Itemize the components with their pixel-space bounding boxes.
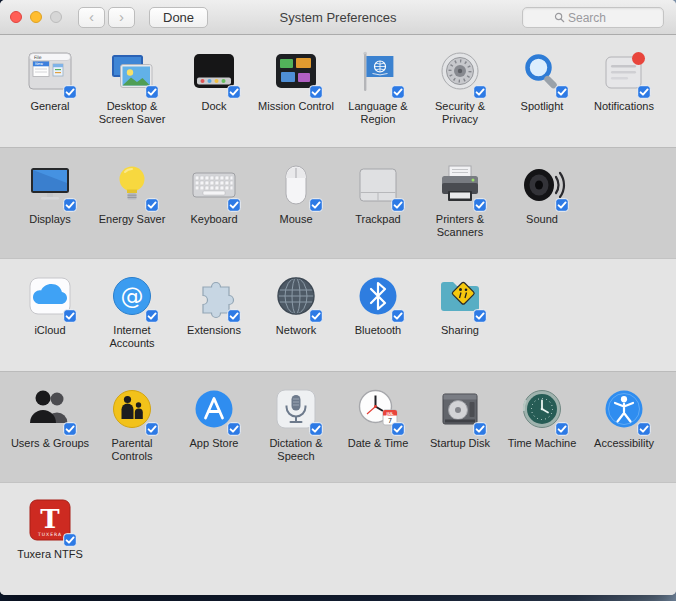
pref-pane-label: Language & Region	[338, 100, 418, 126]
pref-pane-label: Energy Saver	[99, 213, 166, 226]
pref-pane-parental-controls[interactable]: Parental Controls	[91, 385, 173, 463]
item-checkbox[interactable]	[637, 422, 651, 436]
svg-text:TUXERA: TUXERA	[37, 532, 62, 537]
pref-pane-label: Dock	[201, 100, 226, 113]
trackpad-icon	[354, 161, 402, 209]
pref-pane-trackpad[interactable]: Trackpad	[337, 161, 419, 226]
pref-pane-mouse[interactable]: Mouse	[255, 161, 337, 226]
minimize-button[interactable]	[30, 11, 42, 23]
item-checkbox[interactable]	[473, 422, 487, 436]
forward-button[interactable]: ›	[108, 7, 135, 28]
pref-pane-sound[interactable]: Sound	[501, 161, 583, 226]
item-checkbox[interactable]	[63, 422, 77, 436]
pref-row-5: TTUXERATuxera NTFS	[0, 483, 676, 595]
pref-pane-icloud[interactable]: iCloud	[9, 272, 91, 337]
pref-pane-language-region[interactable]: Language & Region	[337, 48, 419, 126]
language-region-icon	[354, 48, 402, 96]
item-checkbox[interactable]	[145, 422, 159, 436]
item-checkbox[interactable]	[391, 422, 405, 436]
item-checkbox[interactable]	[309, 309, 323, 323]
pref-pane-keyboard[interactable]: Keyboard	[173, 161, 255, 226]
item-checkbox[interactable]	[145, 309, 159, 323]
item-checkbox[interactable]	[391, 85, 405, 99]
pref-pane-energy-saver[interactable]: Energy Saver	[91, 161, 173, 226]
search-input[interactable]	[568, 11, 632, 25]
item-checkbox[interactable]	[309, 85, 323, 99]
pref-pane-dock[interactable]: Dock	[173, 48, 255, 113]
pref-pane-tuxera-ntfs[interactable]: TTUXERATuxera NTFS	[9, 496, 91, 561]
pref-pane-spotlight[interactable]: Spotlight	[501, 48, 583, 113]
pref-pane-time-machine[interactable]: Time Machine	[501, 385, 583, 450]
svg-text:@: @	[121, 283, 144, 309]
pref-pane-date-time[interactable]: JUL7Date & Time	[337, 385, 419, 450]
item-checkbox[interactable]	[63, 198, 77, 212]
pref-pane-app-store[interactable]: App Store	[173, 385, 255, 450]
desktop-screensaver-icon	[108, 48, 156, 96]
close-button[interactable]	[10, 11, 22, 23]
item-checkbox[interactable]	[63, 533, 77, 547]
pref-row-1: FileNewGeneralDesktop & Screen SaverDock…	[0, 35, 676, 147]
sharing-icon	[436, 272, 484, 320]
item-checkbox[interactable]	[555, 198, 569, 212]
pref-pane-desktop-screen-saver[interactable]: Desktop & Screen Saver	[91, 48, 173, 126]
pref-pane-label: Mission Control	[258, 100, 334, 113]
pref-pane-displays[interactable]: Displays	[9, 161, 91, 226]
pref-pane-network[interactable]: Network	[255, 272, 337, 337]
pref-pane-bluetooth[interactable]: Bluetooth	[337, 272, 419, 337]
item-checkbox[interactable]	[473, 309, 487, 323]
pref-row-3: iCloud@Internet AccountsExtensionsNetwor…	[0, 259, 676, 371]
item-checkbox[interactable]	[555, 422, 569, 436]
dock-icon	[190, 48, 238, 96]
pref-pane-sharing[interactable]: Sharing	[419, 272, 501, 337]
done-button[interactable]: Done	[149, 7, 208, 28]
item-checkbox[interactable]	[227, 422, 241, 436]
item-checkbox[interactable]	[227, 198, 241, 212]
general-icon: FileNew	[26, 48, 74, 96]
pref-pane-label: Tuxera NTFS	[17, 548, 83, 561]
sound-icon	[518, 161, 566, 209]
item-checkbox[interactable]	[227, 85, 241, 99]
item-checkbox[interactable]	[145, 198, 159, 212]
item-checkbox[interactable]	[63, 309, 77, 323]
item-checkbox[interactable]	[473, 198, 487, 212]
pref-pane-label: Sound	[526, 213, 558, 226]
pref-pane-general[interactable]: FileNewGeneral	[9, 48, 91, 113]
pref-row-2: DisplaysEnergy SaverKeyboardMouseTrackpa…	[0, 147, 676, 259]
pref-pane-startup-disk[interactable]: Startup Disk	[419, 385, 501, 450]
pref-pane-notifications[interactable]: Notifications	[583, 48, 665, 113]
network-icon	[272, 272, 320, 320]
item-checkbox[interactable]	[391, 198, 405, 212]
titlebar: ‹ › Done System Preferences	[0, 0, 676, 35]
item-checkbox[interactable]	[391, 309, 405, 323]
svg-text:File: File	[34, 55, 42, 60]
pref-pane-internet-accounts[interactable]: @Internet Accounts	[91, 272, 173, 350]
keyboard-icon	[190, 161, 238, 209]
item-checkbox[interactable]	[637, 85, 651, 99]
preference-pane-grid: FileNewGeneralDesktop & Screen SaverDock…	[0, 35, 676, 595]
pref-pane-mission-control[interactable]: Mission Control	[255, 48, 337, 113]
item-checkbox[interactable]	[309, 198, 323, 212]
zoom-button[interactable]	[50, 11, 62, 23]
pref-pane-label: Printers & Scanners	[420, 213, 500, 239]
pref-pane-label: Desktop & Screen Saver	[92, 100, 172, 126]
pref-pane-dictation-speech[interactable]: Dictation & Speech	[255, 385, 337, 463]
pref-pane-label: Accessibility	[594, 437, 654, 450]
back-button[interactable]: ‹	[78, 7, 105, 28]
item-checkbox[interactable]	[63, 85, 77, 99]
mouse-icon	[272, 161, 320, 209]
item-checkbox[interactable]	[473, 85, 487, 99]
search-field[interactable]	[522, 7, 664, 28]
item-checkbox[interactable]	[227, 309, 241, 323]
pref-pane-accessibility[interactable]: Accessibility	[583, 385, 665, 450]
pref-pane-users-groups[interactable]: Users & Groups	[9, 385, 91, 450]
pref-pane-extensions[interactable]: Extensions	[173, 272, 255, 337]
parental-controls-icon	[108, 385, 156, 433]
pref-pane-label: Internet Accounts	[92, 324, 172, 350]
accessibility-icon	[600, 385, 648, 433]
app-store-icon	[190, 385, 238, 433]
item-checkbox[interactable]	[555, 85, 569, 99]
item-checkbox[interactable]	[309, 422, 323, 436]
item-checkbox[interactable]	[145, 85, 159, 99]
pref-pane-printers-scanners[interactable]: Printers & Scanners	[419, 161, 501, 239]
pref-pane-security-privacy[interactable]: Security & Privacy	[419, 48, 501, 126]
